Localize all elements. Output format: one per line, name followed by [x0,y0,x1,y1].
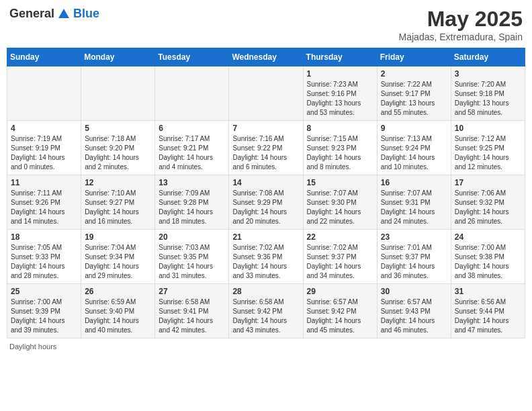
calendar-cell: 31Sunrise: 6:56 AM Sunset: 9:44 PM Dayli… [451,284,525,338]
day-info: Sunrise: 7:13 AM Sunset: 9:24 PM Dayligh… [381,134,447,172]
logo-icon [57,7,71,21]
day-info: Sunrise: 7:09 AM Sunset: 9:28 PM Dayligh… [159,189,225,226]
calendar-cell: 20Sunrise: 7:03 AM Sunset: 9:35 PM Dayli… [155,230,229,284]
day-info: Sunrise: 7:23 AM Sunset: 9:16 PM Dayligh… [307,80,373,118]
day-number: 3 [455,69,521,79]
calendar-cell: 28Sunrise: 6:58 AM Sunset: 9:42 PM Dayli… [229,284,303,338]
calendar-cell: 21Sunrise: 7:02 AM Sunset: 9:36 PM Dayli… [229,230,303,284]
day-info: Sunrise: 7:03 AM Sunset: 9:35 PM Dayligh… [159,243,225,281]
calendar-week-2: 4Sunrise: 7:19 AM Sunset: 9:19 PM Daylig… [7,121,525,175]
calendar-cell: 24Sunrise: 7:00 AM Sunset: 9:38 PM Dayli… [451,230,525,284]
svg-marker-0 [58,9,69,18]
day-info: Sunrise: 6:56 AM Sunset: 9:44 PM Dayligh… [455,298,521,335]
day-info: Sunrise: 7:02 AM Sunset: 9:37 PM Dayligh… [307,243,373,281]
calendar-cell: 29Sunrise: 6:57 AM Sunset: 9:42 PM Dayli… [303,284,377,338]
calendar-header-row: SundayMondayTuesdayWednesdayThursdayFrid… [7,48,525,66]
day-number: 21 [232,232,299,242]
calendar-cell [7,66,81,121]
day-info: Sunrise: 7:07 AM Sunset: 9:31 PM Dayligh… [381,189,447,226]
day-info: Sunrise: 7:15 AM Sunset: 9:23 PM Dayligh… [307,134,373,172]
calendar-cell: 2Sunrise: 7:22 AM Sunset: 9:17 PM Daylig… [377,66,451,121]
day-number: 12 [85,178,151,187]
header-day-saturday: Saturday [451,48,525,66]
header-day-monday: Monday [81,48,155,66]
day-info: Sunrise: 7:08 AM Sunset: 9:29 PM Dayligh… [232,189,299,226]
day-number: 6 [159,124,225,133]
day-number: 1 [307,69,373,79]
day-number: 2 [381,69,447,79]
header-day-thursday: Thursday [303,48,377,66]
day-number: 11 [11,178,77,187]
day-number: 24 [455,232,521,242]
day-number: 18 [11,232,77,242]
calendar-cell: 25Sunrise: 7:00 AM Sunset: 9:39 PM Dayli… [7,284,81,338]
day-number: 31 [455,287,521,296]
day-info: Sunrise: 7:05 AM Sunset: 9:33 PM Dayligh… [11,243,77,281]
title-block: May 2025 Majadas, Extremadura, Spain [399,7,523,42]
day-number: 28 [232,287,299,296]
day-info: Sunrise: 7:07 AM Sunset: 9:30 PM Dayligh… [307,189,373,226]
day-info: Sunrise: 7:17 AM Sunset: 9:21 PM Dayligh… [159,134,225,172]
calendar-cell: 12Sunrise: 7:10 AM Sunset: 9:27 PM Dayli… [81,175,155,230]
day-info: Sunrise: 7:18 AM Sunset: 9:20 PM Dayligh… [85,134,151,172]
day-number: 16 [381,178,447,187]
header-day-friday: Friday [377,48,451,66]
day-info: Sunrise: 7:10 AM Sunset: 9:27 PM Dayligh… [85,189,151,226]
header-day-tuesday: Tuesday [155,48,229,66]
day-info: Sunrise: 7:11 AM Sunset: 9:26 PM Dayligh… [11,189,77,226]
day-info: Sunrise: 7:01 AM Sunset: 9:37 PM Dayligh… [381,243,447,281]
day-info: Sunrise: 6:59 AM Sunset: 9:40 PM Dayligh… [85,298,151,335]
calendar-cell: 17Sunrise: 7:06 AM Sunset: 9:32 PM Dayli… [451,175,525,230]
day-number: 13 [159,178,225,187]
calendar-cell: 27Sunrise: 6:58 AM Sunset: 9:41 PM Dayli… [155,284,229,338]
day-number: 23 [381,232,447,242]
footer-note: Daylight hours [7,342,525,351]
calendar-cell: 3Sunrise: 7:20 AM Sunset: 9:18 PM Daylig… [451,66,525,121]
calendar-cell: 22Sunrise: 7:02 AM Sunset: 9:37 PM Dayli… [303,230,377,284]
calendar-cell: 11Sunrise: 7:11 AM Sunset: 9:26 PM Dayli… [7,175,81,230]
day-number: 15 [307,178,373,187]
day-number: 19 [85,232,151,242]
calendar-cell: 5Sunrise: 7:18 AM Sunset: 9:20 PM Daylig… [81,121,155,175]
logo-general: General [9,7,54,21]
logo: General Blue [9,7,99,21]
day-number: 22 [307,232,373,242]
calendar-cell: 16Sunrise: 7:07 AM Sunset: 9:31 PM Dayli… [377,175,451,230]
day-info: Sunrise: 7:00 AM Sunset: 9:39 PM Dayligh… [11,298,77,335]
day-info: Sunrise: 7:02 AM Sunset: 9:36 PM Dayligh… [232,243,299,281]
day-number: 27 [159,287,225,296]
day-number: 7 [232,124,299,133]
day-number: 26 [85,287,151,296]
calendar-week-4: 18Sunrise: 7:05 AM Sunset: 9:33 PM Dayli… [7,230,525,284]
header-day-sunday: Sunday [7,48,81,66]
day-number: 9 [381,124,447,133]
day-number: 8 [307,124,373,133]
calendar-cell: 18Sunrise: 7:05 AM Sunset: 9:33 PM Dayli… [7,230,81,284]
day-info: Sunrise: 7:22 AM Sunset: 9:17 PM Dayligh… [381,80,447,118]
calendar-week-5: 25Sunrise: 7:00 AM Sunset: 9:39 PM Dayli… [7,284,525,338]
calendar-cell: 13Sunrise: 7:09 AM Sunset: 9:28 PM Dayli… [155,175,229,230]
calendar-cell: 30Sunrise: 6:57 AM Sunset: 9:43 PM Dayli… [377,284,451,338]
calendar-week-1: 1Sunrise: 7:23 AM Sunset: 9:16 PM Daylig… [7,66,525,121]
day-info: Sunrise: 7:16 AM Sunset: 9:22 PM Dayligh… [232,134,299,172]
day-info: Sunrise: 7:20 AM Sunset: 9:18 PM Dayligh… [455,80,521,118]
day-info: Sunrise: 6:58 AM Sunset: 9:41 PM Dayligh… [159,298,225,335]
day-number: 17 [455,178,521,187]
calendar-cell: 1Sunrise: 7:23 AM Sunset: 9:16 PM Daylig… [303,66,377,121]
month-title: May 2025 [399,7,523,32]
calendar-cell: 23Sunrise: 7:01 AM Sunset: 9:37 PM Dayli… [377,230,451,284]
calendar-week-3: 11Sunrise: 7:11 AM Sunset: 9:26 PM Dayli… [7,175,525,230]
calendar-cell: 9Sunrise: 7:13 AM Sunset: 9:24 PM Daylig… [377,121,451,175]
calendar-cell: 26Sunrise: 6:59 AM Sunset: 9:40 PM Dayli… [81,284,155,338]
day-number: 10 [455,124,521,133]
calendar-cell: 6Sunrise: 7:17 AM Sunset: 9:21 PM Daylig… [155,121,229,175]
day-number: 30 [381,287,447,296]
day-info: Sunrise: 6:58 AM Sunset: 9:42 PM Dayligh… [232,298,299,335]
day-number: 14 [232,178,299,187]
logo-blue: Blue [73,7,99,21]
day-info: Sunrise: 6:57 AM Sunset: 9:42 PM Dayligh… [307,298,373,335]
day-number: 29 [307,287,373,296]
calendar-cell: 14Sunrise: 7:08 AM Sunset: 9:29 PM Dayli… [229,175,303,230]
calendar-cell: 8Sunrise: 7:15 AM Sunset: 9:23 PM Daylig… [303,121,377,175]
calendar-cell: 15Sunrise: 7:07 AM Sunset: 9:30 PM Dayli… [303,175,377,230]
